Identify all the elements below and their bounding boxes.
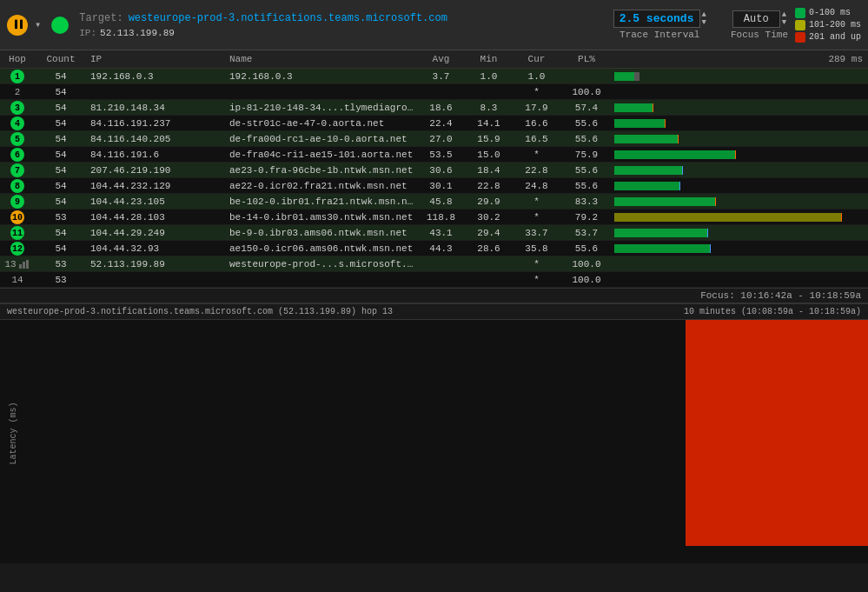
count-cell: 54 — [35, 181, 87, 191]
table-row[interactable]: 12 54 104.44.32.93 ae150-0.icr06.ams06.n… — [0, 241, 868, 256]
table-row[interactable]: 5 54 84.116.140.205 de-fra00d-rc1-ae-10-… — [0, 131, 868, 147]
y-axis-label: Latency (ms) — [9, 402, 18, 464]
hop-cell: 12 — [0, 241, 35, 256]
pl-cell: 100.0 — [560, 259, 613, 269]
table-header: Hop Count IP Name Avg Min Cur PL% 289 ms — [0, 50, 868, 69]
bottom-chart-section: westeurope-prod-3.notifications.teams.mi… — [0, 303, 868, 563]
cur-cell: * — [513, 259, 560, 269]
bottom-header: westeurope-prod-3.notifications.teams.mi… — [0, 304, 868, 320]
ip-label: IP: — [79, 28, 96, 38]
cur-cell: * — [513, 196, 560, 207]
svg-rect-1 — [23, 262, 25, 269]
avg-cell: 18.6 — [417, 103, 465, 113]
cur-cell: * — [513, 212, 560, 223]
name-cell: 192.168.0.3 — [226, 71, 417, 82]
table-row[interactable]: 8 54 104.44.232.129 ae22-0.icr02.fra21.n… — [0, 178, 868, 194]
col-ip: IP — [87, 54, 226, 64]
table-row[interactable]: 9 54 104.44.23.105 be-102-0.ibr01.fra21.… — [0, 194, 868, 210]
col-cur: Cur — [513, 54, 560, 64]
table-row[interactable]: 13 53 52.113.199.89 westeurope-prod-...s… — [0, 256, 868, 272]
cur-cell: 33.7 — [513, 228, 560, 238]
focus-spinner[interactable]: ▲ ▼ — [782, 11, 786, 27]
legend-item-2: 101-200 ms — [795, 20, 861, 30]
bar-cell — [613, 100, 868, 116]
cur-cell: 17.9 — [513, 103, 560, 113]
table-row[interactable]: 7 54 207.46.219.190 ae23-0.fra-96cbe-1b.… — [0, 163, 868, 178]
col-count: Count — [35, 54, 87, 64]
table-row[interactable]: 10 53 104.44.28.103 be-14-0.ibr01.ams30.… — [0, 210, 868, 225]
pl-cell: 79.2 — [560, 212, 613, 223]
name-cell: de-fra04c-ri1-ae15-101.aorta.net — [226, 150, 417, 160]
avg-cell: 53.5 — [417, 150, 465, 160]
status-indicator — [51, 17, 69, 34]
name-cell: be-102-0.ibr01.fra21.ntwk.msn.net — [226, 196, 417, 207]
legend: 0-100 ms 101-200 ms 201 and up — [795, 8, 861, 43]
col-hop: Hop — [0, 54, 35, 64]
name-cell: westeurope-prod-...s.microsoft.com — [226, 259, 417, 269]
pl-cell: 57.4 — [560, 103, 613, 113]
pl-cell: 55.6 — [560, 165, 613, 176]
table-row[interactable]: 3 54 81.210.148.34 ip-81-210-148-34....t… — [0, 100, 868, 116]
focus-time-button[interactable]: Auto — [732, 10, 780, 28]
bar-cell — [613, 194, 868, 210]
pl-cell: 55.6 — [560, 243, 613, 254]
table-row[interactable]: 1 54 192.168.0.3 192.168.0.3 3.7 1.0 1.0 — [0, 69, 868, 84]
cur-cell: 35.8 — [513, 243, 560, 254]
min-cell: 29.4 — [465, 228, 513, 238]
min-cell: 28.6 — [465, 243, 513, 254]
count-cell: 53 — [35, 259, 87, 269]
pl-cell: 55.6 — [560, 181, 613, 191]
table-row[interactable]: 4 54 84.116.191.237 de-str01c-ae-47-0.ao… — [0, 116, 868, 131]
avg-cell: 22.4 — [417, 118, 465, 129]
min-cell: 15.9 — [465, 134, 513, 144]
bar-cell — [613, 84, 868, 100]
min-cell: 1.0 — [465, 71, 513, 82]
avg-cell: 44.3 — [417, 243, 465, 254]
count-cell: 54 — [35, 87, 87, 97]
cur-cell: * — [513, 275, 560, 285]
cur-cell: 22.8 — [513, 165, 560, 176]
hop-cell: 7 — [0, 163, 35, 178]
min-cell: 18.4 — [465, 165, 513, 176]
pl-cell: 75.9 — [560, 150, 613, 160]
dropdown-arrow[interactable]: ▾ — [35, 18, 41, 31]
header: ▐▐ ▾ Target: westeurope-prod-3.notificat… — [0, 0, 868, 50]
ip-cell: 104.44.232.129 — [87, 181, 226, 191]
ip-cell: 104.44.28.103 — [87, 212, 226, 223]
pl-cell: 100.0 — [560, 87, 613, 97]
cur-cell: 24.8 — [513, 181, 560, 191]
bottom-time-label: 10 minutes (10:08:59a - 10:18:59a) — [684, 307, 861, 316]
table-row[interactable]: 11 54 104.44.29.249 be-9-0.ibr03.ams06.n… — [0, 225, 868, 241]
ip-cell: 104.44.29.249 — [87, 228, 226, 238]
table-row[interactable]: 6 54 84.116.191.6 de-fra04c-ri1-ae15-101… — [0, 147, 868, 163]
name-cell: ae23-0.fra-96cbe-1b.ntwk.msn.net — [226, 165, 417, 176]
bar-cell — [613, 69, 868, 84]
trace-interval-input[interactable] — [613, 10, 700, 28]
chart-icon — [18, 260, 30, 269]
name-cell: be-14-0.ibr01.ams30.ntwk.msn.net — [226, 212, 417, 223]
bar-cell — [613, 116, 868, 131]
ip-cell: 52.113.199.89 — [87, 259, 226, 269]
legend-item-1: 0-100 ms — [795, 8, 861, 18]
min-cell: 8.3 — [465, 103, 513, 113]
pl-cell: 100.0 — [560, 275, 613, 285]
svg-rect-2 — [26, 260, 29, 269]
legend-label-1: 0-100 ms — [809, 8, 851, 17]
name-cell: de-str01c-ae-47-0.aorta.net — [226, 118, 417, 129]
bar-cell — [613, 131, 868, 147]
name-cell: ae22-0.icr02.fra21.ntwk.msn.net — [226, 181, 417, 191]
trace-spinner[interactable]: ▲ ▼ — [702, 11, 706, 27]
table-row[interactable]: 2 54 * 100.0 — [0, 84, 868, 100]
legend-dot-2 — [795, 20, 805, 30]
col-min: Min — [465, 54, 513, 64]
red-latency-block — [686, 320, 868, 546]
chart-inner — [26, 320, 868, 546]
legend-label-3: 201 and up — [809, 32, 861, 42]
min-cell: 29.9 — [465, 196, 513, 207]
legend-item-3: 201 and up — [795, 32, 861, 43]
bar-cell — [613, 163, 868, 178]
pause-button[interactable]: ▐▐ — [7, 15, 28, 36]
name-cell: ip-81-210-148-34....tlymediagroup.de — [226, 103, 417, 113]
hop-cell: 3 — [0, 100, 35, 116]
table-row[interactable]: 14 53 * 100.0 — [0, 272, 868, 288]
